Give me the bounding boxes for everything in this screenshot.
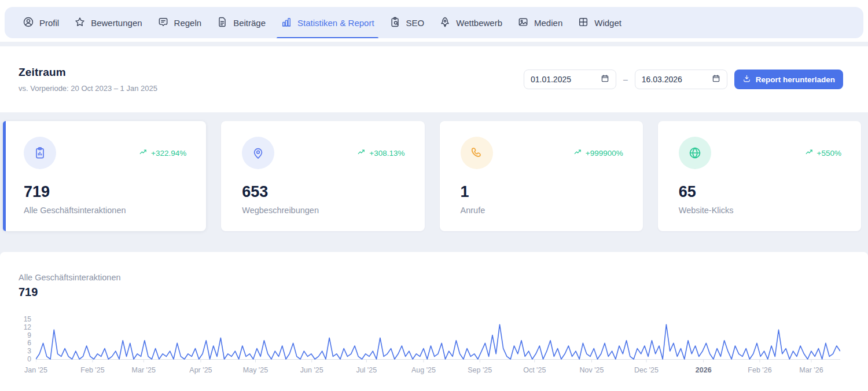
card-top: +308.13% [242, 137, 404, 169]
top-nav: Profil Bewertungen Regeln Beiträge Stati… [5, 7, 863, 38]
period-titles: Zeitraum vs. Vorperiode: 20 Oct 2023 – 1… [19, 66, 157, 93]
card-top: +999900% [461, 137, 623, 169]
delta-value: +308.13% [369, 149, 404, 158]
calendar-icon[interactable] [712, 74, 720, 85]
tab-statistiken-report[interactable]: Statistiken & Report [273, 7, 382, 38]
x-tick-label: Aug '25 [411, 366, 436, 374]
x-tick-label: May '25 [243, 366, 268, 374]
chart-total-value: 719 [0, 286, 868, 299]
download-button-label: Report herunterladen [756, 75, 835, 84]
stat-value: 653 [242, 183, 404, 201]
x-tick-label: Feb '26 [748, 366, 771, 374]
y-tick-label: 3 [27, 347, 31, 355]
stat-value: 719 [24, 183, 186, 201]
tab-label: Widget [594, 18, 621, 28]
grid-icon [578, 16, 589, 30]
stat-value: 1 [461, 183, 623, 201]
phone-icon [461, 137, 493, 169]
y-tick-label: 9 [27, 331, 31, 339]
tab-label: Medien [534, 18, 562, 28]
delta-badge: +322.94% [139, 148, 186, 158]
user-icon [23, 16, 34, 30]
delta-badge: +308.13% [357, 148, 404, 158]
delta-badge: +999900% [573, 148, 623, 158]
date-to-value: 16.03.2026 [642, 75, 682, 84]
period-controls: 01.01.2025 – 16.03.2026 Report herunterl… [524, 70, 843, 89]
tab-label: Wettbewerb [456, 18, 502, 28]
tab-label: SEO [406, 18, 425, 28]
top-strip: Profil Bewertungen Regeln Beiträge Stati… [0, 0, 868, 42]
period-header: Zeitraum vs. Vorperiode: 20 Oct 2023 – 1… [0, 46, 868, 112]
download-icon [742, 74, 751, 85]
tab-beitraege[interactable]: Beiträge [209, 7, 273, 38]
tab-medien[interactable]: Medien [510, 7, 570, 38]
y-tick-label: 12 [24, 323, 31, 331]
clipboard-chart-icon [24, 137, 56, 169]
chart-x-axis: Jan '25Feb '25Mar '25Apr '25May '25Jun '… [36, 366, 840, 380]
delta-badge: +550% [805, 148, 841, 158]
tab-widget[interactable]: Widget [570, 7, 629, 38]
date-from-value: 01.01.2025 [531, 75, 571, 84]
star-icon [74, 16, 86, 30]
tab-label: Regeln [174, 18, 202, 28]
stat-card-calls[interactable]: +999900% 1 Anrufe [440, 121, 643, 231]
tab-label: Profil [39, 18, 59, 28]
x-tick-label: 2026 [696, 366, 712, 374]
stat-value: 65 [679, 183, 841, 201]
chart-title: Alle Geschäftsinteraktionen [0, 273, 868, 282]
x-tick-label: Jun '25 [300, 366, 323, 374]
stat-label: Website-Klicks [679, 206, 841, 215]
x-tick-label: Dec '25 [634, 366, 659, 374]
card-top: +322.94% [24, 137, 186, 169]
stat-label: Wegbeschreibungen [242, 206, 404, 215]
comment-icon [157, 16, 169, 30]
period-title: Zeitraum [19, 66, 157, 79]
x-tick-label: Jan '25 [24, 366, 47, 374]
document-icon [216, 16, 228, 30]
x-tick-label: Nov '25 [579, 366, 604, 374]
date-from-input[interactable]: 01.01.2025 [524, 70, 616, 89]
map-pin-icon [242, 137, 274, 169]
bar-chart-icon [281, 16, 292, 30]
x-tick-label: Feb '25 [80, 366, 104, 374]
chart-area: 15129630 Jan '25Feb '25Mar '25Apr '25May… [0, 317, 868, 380]
nav-items: Profil Bewertungen Regeln Beiträge Stati… [15, 7, 629, 38]
stat-card-directions[interactable]: +308.13% 653 Wegbeschreibungen [221, 121, 424, 231]
chart-plot[interactable]: Jan '25Feb '25Mar '25Apr '25May '25Jun '… [36, 317, 840, 380]
y-tick-label: 0 [27, 355, 31, 363]
tab-regeln[interactable]: Regeln [150, 7, 209, 38]
calendar-icon[interactable] [601, 74, 609, 85]
tab-label: Beiträge [233, 18, 266, 28]
tab-profil[interactable]: Profil [15, 7, 67, 38]
tab-label: Bewertungen [91, 18, 142, 28]
card-top: +550% [679, 137, 841, 169]
interactions-line-series [36, 324, 840, 359]
tab-seo[interactable]: SEO [382, 7, 432, 38]
date-range-separator: – [623, 75, 628, 84]
x-tick-label: Apr '25 [189, 366, 212, 374]
clipboard-search-icon [389, 16, 401, 30]
trend-up-icon [573, 148, 582, 158]
globe-icon [679, 137, 711, 169]
stat-card-interactions[interactable]: +322.94% 719 Alle Geschäftsinteraktionen [3, 121, 206, 231]
y-tick-label: 6 [27, 339, 31, 347]
period-subtitle: vs. Vorperiode: 20 Oct 2023 – 1 Jan 2025 [19, 84, 157, 93]
stats-row: +322.94% 719 Alle Geschäftsinteraktionen… [3, 121, 861, 231]
x-tick-label: Sep '25 [468, 366, 492, 374]
x-tick-label: Jul '25 [356, 366, 377, 374]
x-tick-label: Mar '26 [799, 366, 823, 374]
download-report-button[interactable]: Report herunterladen [734, 70, 843, 89]
x-tick-label: Mar '25 [132, 366, 156, 374]
stat-label: Alle Geschäftsinteraktionen [24, 206, 186, 215]
image-icon [517, 16, 529, 30]
tab-bewertungen[interactable]: Bewertungen [67, 7, 149, 38]
date-to-input[interactable]: 16.03.2026 [635, 70, 727, 89]
delta-value: +550% [817, 149, 841, 158]
trend-up-icon [357, 148, 366, 158]
chart-y-axis: 15129630 [15, 317, 36, 363]
interactions-line-chart [36, 317, 840, 363]
stat-card-website-clicks[interactable]: +550% 65 Website-Klicks [658, 121, 861, 231]
tab-wettbewerb[interactable]: Wettbewerb [432, 7, 510, 38]
x-tick-label: Oct '25 [523, 366, 546, 374]
y-tick-label: 15 [24, 315, 31, 323]
